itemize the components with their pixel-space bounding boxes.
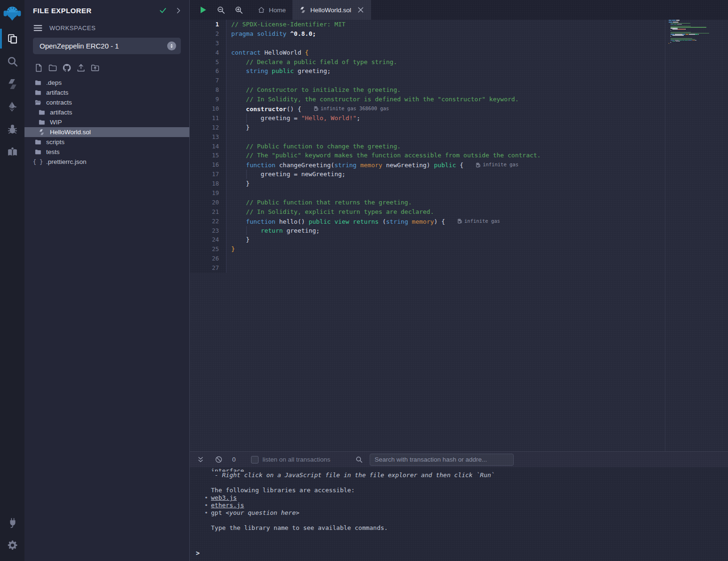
tab-close-icon[interactable]: [357, 6, 364, 14]
terminal-line: The following libraries are accessible:: [190, 487, 728, 494]
code-line-13: 13: [190, 132, 665, 142]
terminal-search-icon: [355, 455, 363, 463]
code-text: // Public function to change the greetin…: [226, 142, 401, 151]
zoom-in-icon[interactable]: [233, 4, 244, 16]
terminal-link[interactable]: ethers.js: [211, 502, 244, 509]
tree-item-label: artifacts: [50, 109, 72, 116]
tree-item--prettierrc-json[interactable]: { }.prettierrc.json: [24, 157, 189, 167]
listen-transactions-checkbox[interactable]: [251, 456, 259, 463]
code-text: [226, 132, 231, 142]
code-text: }: [226, 123, 250, 132]
tree-item-artifacts[interactable]: artifacts: [24, 88, 189, 98]
terminal-search-input[interactable]: [370, 454, 514, 466]
code-text: // In Solidity, explicit return types ar…: [226, 207, 434, 217]
gas-estimate-hint: infinite gas 368600 gas: [314, 104, 389, 114]
terminal-line: [190, 517, 728, 524]
indent-guide: [246, 226, 247, 236]
code-line-16: 16 function changeGreeting(string memory…: [190, 160, 665, 170]
code-line-12: 12 }: [190, 123, 665, 132]
minimap[interactable]: [669, 20, 719, 46]
workspaces-menu-icon[interactable]: [33, 23, 43, 33]
collapse-panel-chevron-icon[interactable]: [175, 7, 182, 14]
tree-item-helloworld-sol[interactable]: HelloWorld.sol: [24, 127, 189, 137]
tree-item-scripts[interactable]: scripts: [24, 137, 189, 147]
code-line-6: 6 string public greeting;: [190, 66, 665, 76]
code-text: return greeting;: [226, 226, 320, 236]
tree-item--deps[interactable]: .deps: [24, 78, 189, 88]
tree-item-label: contracts: [46, 99, 72, 106]
zoom-out-icon[interactable]: [215, 4, 226, 16]
activity-remix-logo[interactable]: [0, 0, 24, 27]
line-number: 19: [190, 188, 226, 198]
activity-plugin-manager[interactable]: [0, 511, 24, 534]
code-text: [226, 39, 231, 48]
upload-folder-icon[interactable]: [89, 62, 100, 73]
activity-deploy-run[interactable]: [0, 95, 24, 118]
terminal-prompt[interactable]: >: [196, 549, 200, 557]
workspace-select[interactable]: OpenZeppelin ERC20 - 1: [33, 38, 181, 54]
activity-debugger[interactable]: [0, 118, 24, 140]
code-line-27: 27: [190, 263, 665, 273]
gas-estimate-hint: infinite gas: [476, 160, 518, 170]
code-line-8: 8 // Constructor to initialize the greet…: [190, 85, 665, 95]
tree-item-wip[interactable]: WIP: [24, 117, 189, 127]
tree-item-artifacts[interactable]: artifacts: [24, 107, 189, 117]
line-number: 13: [190, 132, 226, 142]
code-text: [226, 188, 231, 198]
workspace-updown-icon[interactable]: [167, 41, 176, 50]
workspaces-label: WORKSPACES: [49, 24, 96, 32]
code-area: 1// SPDX-License-Identifier: MIT2pragma …: [190, 20, 665, 451]
activity-learneth[interactable]: [0, 140, 24, 163]
code-line-17: 17 greeting = newGreeting;: [190, 170, 665, 179]
json-icon: { }: [34, 158, 42, 165]
code-text: function changeGreeting(string memory ne…: [226, 160, 518, 170]
line-number: 2: [190, 29, 226, 39]
line-number: 12: [190, 123, 226, 132]
run-script-button[interactable]: [197, 4, 209, 16]
solidity-compiler-icon: [7, 78, 18, 90]
tab-helloworld-sol[interactable]: HelloWorld.sol: [292, 0, 371, 20]
activity-file-explorer[interactable]: [0, 27, 24, 50]
activity-settings[interactable]: [0, 534, 24, 556]
line-number: 14: [190, 142, 226, 151]
activity-solidity-compiler[interactable]: [0, 73, 24, 95]
editor-scrollbar[interactable]: [722, 20, 722, 451]
editor-region: Home HelloWorld.sol 1// SPDX-License-Ide…: [190, 0, 728, 561]
tree-item-label: .prettierrc.json: [46, 158, 87, 165]
tree-item-label: scripts: [46, 138, 65, 146]
file-explorer-toolbar: [24, 54, 189, 76]
upload-file-icon[interactable]: [75, 62, 86, 73]
code-text: pragma solidity ^0.8.0;: [226, 29, 316, 39]
line-number: 4: [190, 48, 226, 57]
terminal[interactable]: interface - Right click on a JavaScript …: [190, 467, 728, 561]
new-file-icon[interactable]: [33, 62, 44, 73]
code-line-11: 11 greeting = "Hello, World!";: [190, 114, 665, 123]
terminal-link[interactable]: web3.js: [211, 494, 237, 501]
code-text: // The "public" keyword makes the functi…: [226, 151, 541, 160]
tab-home[interactable]: Home: [251, 0, 292, 20]
line-number: 26: [190, 254, 226, 263]
terminal-line: - Right click on a JavaScript file in th…: [190, 472, 728, 479]
terminal-expand-icon[interactable]: [197, 456, 204, 463]
check-icon[interactable]: [159, 6, 167, 15]
terminal-toolbar: 0 listen on all transactions: [190, 451, 728, 467]
new-folder-icon[interactable]: [47, 62, 58, 73]
editor-toolbar: [190, 0, 251, 20]
code-line-22: 22 function hello() public view returns …: [190, 217, 665, 226]
learneth-icon: [7, 146, 18, 158]
line-number: 17: [190, 170, 226, 179]
clear-console-icon[interactable]: [215, 455, 223, 463]
code-line-2: 2pragma solidity ^0.8.0;: [190, 29, 665, 39]
code-editor[interactable]: 1// SPDX-License-Identifier: MIT2pragma …: [190, 20, 728, 451]
line-number: 22: [190, 217, 226, 226]
activity-search[interactable]: [0, 50, 24, 73]
tree-item-contracts[interactable]: contracts: [24, 98, 189, 107]
tab-helloworld-label: HelloWorld.sol: [310, 7, 351, 14]
tree-item-tests[interactable]: tests: [24, 147, 189, 157]
search-icon: [7, 56, 18, 67]
line-number: 23: [190, 226, 226, 236]
activity-bar: [0, 0, 24, 561]
code-text: }: [226, 244, 235, 254]
clone-github-icon[interactable]: [61, 62, 72, 73]
terminal-line: •gpt <your question here>: [190, 509, 728, 517]
